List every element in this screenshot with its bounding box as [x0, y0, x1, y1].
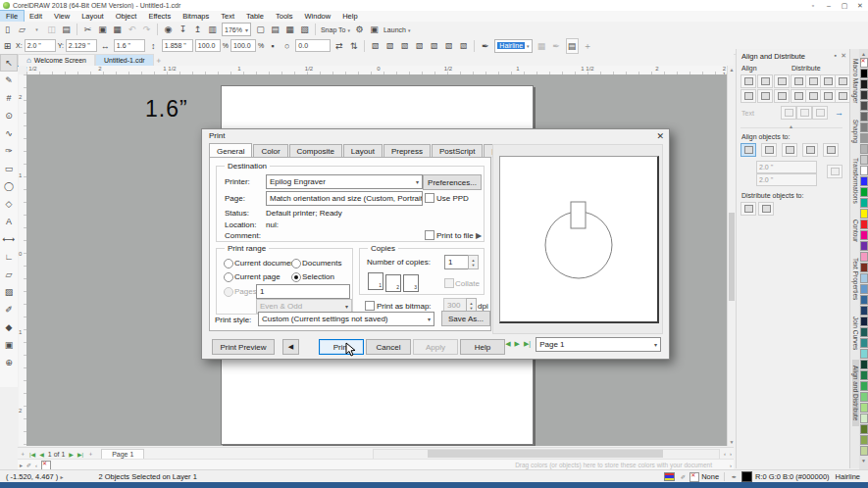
- color-swatch[interactable]: [860, 144, 868, 154]
- distribute-left-button[interactable]: [791, 74, 806, 88]
- open-dropdown-icon[interactable]: ▾: [31, 23, 42, 36]
- menu-item-window[interactable]: Window: [298, 11, 336, 22]
- menu-item-table[interactable]: Table: [240, 11, 270, 22]
- color-swatch[interactable]: [860, 252, 868, 262]
- preferences-button[interactable]: Preferences...: [423, 174, 482, 190]
- canvas-horizontal-scrollbar[interactable]: [373, 449, 720, 460]
- page-combo-dest[interactable]: Match orientation and size (Custom, Port…: [266, 191, 423, 206]
- distribute-center-v-button[interactable]: [805, 89, 821, 103]
- search-content-button[interactable]: ◉: [163, 23, 174, 36]
- close-button[interactable]: ✕: [852, 2, 868, 10]
- outline-width-combo[interactable]: Hairline ▾: [494, 39, 532, 53]
- to-back-button[interactable]: ▧: [384, 39, 395, 53]
- width-field[interactable]: 1.6 ": [114, 39, 145, 52]
- new-tab-button[interactable]: ＋: [154, 55, 164, 66]
- menu-item-view[interactable]: View: [48, 11, 76, 22]
- docker-tab-join-curves[interactable]: Join Curves: [852, 311, 859, 356]
- docker-tab-align-and-distribute[interactable]: Align and Distribute: [852, 360, 859, 426]
- apply-button[interactable]: Apply: [413, 339, 458, 355]
- align-point-y-field[interactable]: 2.0 ": [756, 173, 817, 186]
- previous-page-icon[interactable]: ◀: [505, 340, 510, 348]
- redo-button[interactable]: ↷: [141, 23, 152, 36]
- scale-y-field[interactable]: 100.0: [230, 39, 256, 52]
- selection-radio[interactable]: [291, 272, 301, 282]
- next-page-icon[interactable]: ▶: [69, 451, 74, 458]
- print-tab-composite[interactable]: Composite: [289, 144, 342, 158]
- zoom-level-combo[interactable]: 176% ▾: [222, 23, 251, 36]
- specify-point-button[interactable]: [827, 165, 842, 178]
- distribute-spacing-v-button[interactable]: [820, 89, 836, 103]
- add-page-after-icon[interactable]: ＋: [87, 450, 93, 459]
- scroll-left-icon[interactable]: ‹: [724, 451, 726, 457]
- print-button[interactable]: Print: [319, 339, 364, 355]
- first-page-icon[interactable]: |◀: [29, 451, 35, 458]
- crop-tool-icon[interactable]: #: [1, 90, 17, 106]
- distribute-center-h-button[interactable]: [805, 74, 821, 88]
- grid-button[interactable]: [802, 143, 818, 157]
- vertical-scroll-thumb[interactable]: [729, 213, 735, 301]
- color-swatch[interactable]: [860, 122, 868, 132]
- color-swatch[interactable]: [860, 424, 868, 434]
- palette-caret-right-icon[interactable]: ›: [730, 463, 732, 468]
- paste-button[interactable]: ▦: [112, 23, 123, 36]
- undo-button[interactable]: ↶: [127, 23, 137, 36]
- print-as-bitmap-checkbox[interactable]: [365, 301, 375, 311]
- printer-combo[interactable]: Epilog Engraver ▾: [266, 174, 423, 189]
- print-to-file-expander-icon[interactable]: ▶: [476, 231, 482, 240]
- scroll-down-icon[interactable]: ▼: [728, 438, 736, 446]
- color-swatch[interactable]: [860, 381, 868, 391]
- document-no-color-swatch[interactable]: [41, 461, 51, 470]
- current-document-radio[interactable]: [224, 259, 233, 268]
- color-swatch[interactable]: [860, 327, 868, 337]
- scale-x-field[interactable]: 100.0: [195, 39, 221, 52]
- active-objects-button[interactable]: [740, 143, 756, 157]
- in-front-of-button[interactable]: ▧: [429, 39, 439, 53]
- show-grid-button[interactable]: ▦: [284, 23, 295, 36]
- print-style-combo[interactable]: Custom (Current settings not saved) ▾: [258, 312, 434, 326]
- distribute-right-button[interactable]: [835, 74, 850, 88]
- tab-untitled-document[interactable]: Untitled-1.cdr: [95, 54, 154, 66]
- launch-button[interactable]: Launch ▾: [383, 26, 410, 33]
- proof-colors-icon[interactable]: [664, 472, 675, 481]
- color-swatch[interactable]: [860, 403, 868, 413]
- horizontal-scroll-thumb[interactable]: [428, 450, 663, 458]
- extent-of-selection-button[interactable]: [740, 202, 756, 216]
- account-icon[interactable]: ▫: [805, 2, 821, 9]
- copy-button[interactable]: ▣: [97, 23, 108, 36]
- color-swatch[interactable]: [860, 338, 868, 348]
- color-swatch[interactable]: [860, 306, 868, 316]
- scroll-right-icon[interactable]: ›: [730, 451, 732, 457]
- color-swatch[interactable]: [860, 295, 868, 305]
- color-swatch[interactable]: [860, 284, 868, 294]
- menu-item-text[interactable]: Text: [215, 11, 240, 22]
- forward-one-button[interactable]: ▧: [399, 39, 410, 53]
- specified-point-button[interactable]: [823, 143, 839, 157]
- ellipse-tool-icon[interactable]: ◯: [1, 178, 17, 194]
- fullscreen-button[interactable]: ▢: [255, 23, 266, 36]
- cancel-button[interactable]: Cancel: [366, 339, 411, 355]
- pages-field[interactable]: 1: [256, 284, 350, 299]
- drop-shadow-tool-icon[interactable]: ▱: [1, 267, 17, 282]
- print-tab-general[interactable]: General: [209, 143, 252, 158]
- documents-radio[interactable]: [291, 259, 301, 268]
- current-page-radio[interactable]: [224, 272, 233, 282]
- rotation-angle-field[interactable]: 0.0: [295, 39, 331, 52]
- copies-spinner[interactable]: ▲▼: [468, 255, 479, 269]
- align-center-v-button[interactable]: [757, 89, 773, 103]
- preview-page-combo[interactable]: Page 1 ▾: [536, 337, 661, 352]
- page-center-button[interactable]: [782, 143, 797, 157]
- freehand-tool-icon[interactable]: ∿: [1, 125, 17, 141]
- divider-caret-icon[interactable]: ▲: [789, 123, 793, 129]
- menu-item-bitmaps[interactable]: Bitmaps: [177, 11, 215, 22]
- color-swatch[interactable]: [860, 360, 868, 369]
- distribute-bottom-button[interactable]: [835, 89, 850, 103]
- color-swatch[interactable]: [860, 198, 868, 208]
- use-ppd-checkbox[interactable]: [425, 193, 434, 203]
- docker-close-icon[interactable]: ✕: [841, 52, 846, 60]
- docker-tab-transformations[interactable]: Transformations: [852, 152, 859, 210]
- color-swatch[interactable]: [860, 69, 868, 78]
- page-edge-button[interactable]: [761, 143, 777, 157]
- color-swatch[interactable]: [860, 166, 868, 175]
- color-swatch[interactable]: [860, 209, 868, 219]
- scale-lock-icon[interactable]: ▪: [267, 39, 278, 53]
